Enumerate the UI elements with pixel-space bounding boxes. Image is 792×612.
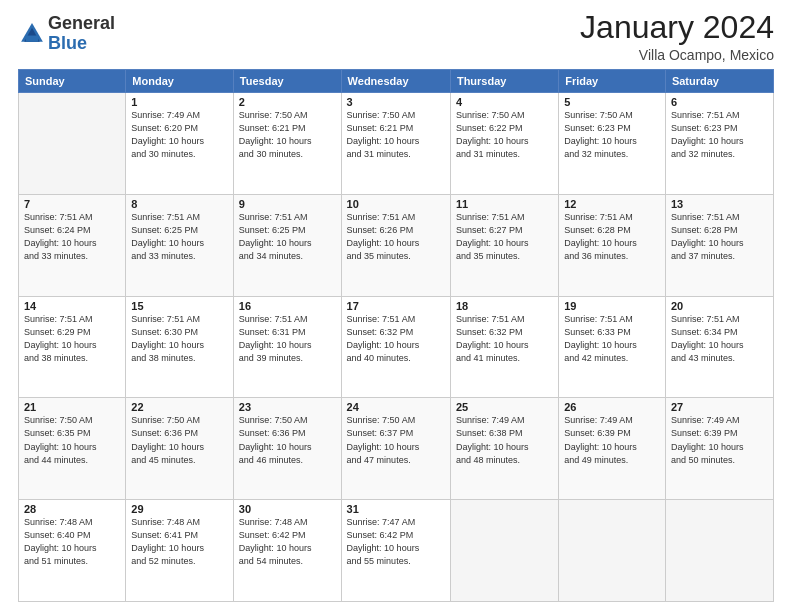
day-cell <box>450 500 558 602</box>
day-info: Sunrise: 7:51 AMSunset: 6:32 PMDaylight:… <box>347 313 445 365</box>
day-cell: 28Sunrise: 7:48 AMSunset: 6:40 PMDayligh… <box>19 500 126 602</box>
logo-text: General Blue <box>48 14 115 54</box>
day-info: Sunrise: 7:51 AMSunset: 6:23 PMDaylight:… <box>671 109 768 161</box>
day-info: Sunrise: 7:51 AMSunset: 6:25 PMDaylight:… <box>131 211 228 263</box>
day-cell: 1Sunrise: 7:49 AMSunset: 6:20 PMDaylight… <box>126 93 234 195</box>
day-number: 10 <box>347 198 445 210</box>
day-info: Sunrise: 7:49 AMSunset: 6:39 PMDaylight:… <box>671 414 768 466</box>
day-cell: 25Sunrise: 7:49 AMSunset: 6:38 PMDayligh… <box>450 398 558 500</box>
day-info: Sunrise: 7:50 AMSunset: 6:21 PMDaylight:… <box>347 109 445 161</box>
day-cell: 19Sunrise: 7:51 AMSunset: 6:33 PMDayligh… <box>559 296 666 398</box>
col-friday: Friday <box>559 70 666 93</box>
day-number: 22 <box>131 401 228 413</box>
day-number: 5 <box>564 96 660 108</box>
day-info: Sunrise: 7:48 AMSunset: 6:42 PMDaylight:… <box>239 516 336 568</box>
day-cell: 30Sunrise: 7:48 AMSunset: 6:42 PMDayligh… <box>233 500 341 602</box>
col-sunday: Sunday <box>19 70 126 93</box>
day-info: Sunrise: 7:50 AMSunset: 6:21 PMDaylight:… <box>239 109 336 161</box>
day-cell: 4Sunrise: 7:50 AMSunset: 6:22 PMDaylight… <box>450 93 558 195</box>
day-info: Sunrise: 7:48 AMSunset: 6:41 PMDaylight:… <box>131 516 228 568</box>
day-cell: 5Sunrise: 7:50 AMSunset: 6:23 PMDaylight… <box>559 93 666 195</box>
day-info: Sunrise: 7:51 AMSunset: 6:26 PMDaylight:… <box>347 211 445 263</box>
day-cell: 31Sunrise: 7:47 AMSunset: 6:42 PMDayligh… <box>341 500 450 602</box>
day-info: Sunrise: 7:50 AMSunset: 6:35 PMDaylight:… <box>24 414 120 466</box>
day-info: Sunrise: 7:51 AMSunset: 6:28 PMDaylight:… <box>671 211 768 263</box>
day-number: 9 <box>239 198 336 210</box>
day-number: 18 <box>456 300 553 312</box>
day-number: 16 <box>239 300 336 312</box>
day-number: 19 <box>564 300 660 312</box>
day-number: 6 <box>671 96 768 108</box>
day-number: 12 <box>564 198 660 210</box>
week-row-4: 21Sunrise: 7:50 AMSunset: 6:35 PMDayligh… <box>19 398 774 500</box>
day-cell: 21Sunrise: 7:50 AMSunset: 6:35 PMDayligh… <box>19 398 126 500</box>
day-number: 15 <box>131 300 228 312</box>
header: General Blue January 2024 Villa Ocampo, … <box>18 10 774 63</box>
col-thursday: Thursday <box>450 70 558 93</box>
day-cell: 29Sunrise: 7:48 AMSunset: 6:41 PMDayligh… <box>126 500 234 602</box>
day-cell: 26Sunrise: 7:49 AMSunset: 6:39 PMDayligh… <box>559 398 666 500</box>
day-cell: 11Sunrise: 7:51 AMSunset: 6:27 PMDayligh… <box>450 194 558 296</box>
day-cell: 22Sunrise: 7:50 AMSunset: 6:36 PMDayligh… <box>126 398 234 500</box>
day-info: Sunrise: 7:50 AMSunset: 6:23 PMDaylight:… <box>564 109 660 161</box>
day-info: Sunrise: 7:51 AMSunset: 6:29 PMDaylight:… <box>24 313 120 365</box>
day-number: 11 <box>456 198 553 210</box>
day-info: Sunrise: 7:50 AMSunset: 6:36 PMDaylight:… <box>131 414 228 466</box>
day-cell: 20Sunrise: 7:51 AMSunset: 6:34 PMDayligh… <box>665 296 773 398</box>
day-cell: 3Sunrise: 7:50 AMSunset: 6:21 PMDaylight… <box>341 93 450 195</box>
day-number: 3 <box>347 96 445 108</box>
day-info: Sunrise: 7:47 AMSunset: 6:42 PMDaylight:… <box>347 516 445 568</box>
day-number: 14 <box>24 300 120 312</box>
day-number: 25 <box>456 401 553 413</box>
day-info: Sunrise: 7:51 AMSunset: 6:25 PMDaylight:… <box>239 211 336 263</box>
day-cell <box>19 93 126 195</box>
day-cell: 12Sunrise: 7:51 AMSunset: 6:28 PMDayligh… <box>559 194 666 296</box>
day-info: Sunrise: 7:51 AMSunset: 6:34 PMDaylight:… <box>671 313 768 365</box>
month-title: January 2024 <box>580 10 774 45</box>
day-info: Sunrise: 7:50 AMSunset: 6:36 PMDaylight:… <box>239 414 336 466</box>
location: Villa Ocampo, Mexico <box>580 47 774 63</box>
day-cell: 7Sunrise: 7:51 AMSunset: 6:24 PMDaylight… <box>19 194 126 296</box>
logo-icon <box>18 20 46 48</box>
col-monday: Monday <box>126 70 234 93</box>
day-number: 4 <box>456 96 553 108</box>
logo-blue: Blue <box>48 34 115 54</box>
day-cell <box>665 500 773 602</box>
week-row-2: 7Sunrise: 7:51 AMSunset: 6:24 PMDaylight… <box>19 194 774 296</box>
day-cell: 2Sunrise: 7:50 AMSunset: 6:21 PMDaylight… <box>233 93 341 195</box>
col-saturday: Saturday <box>665 70 773 93</box>
day-number: 30 <box>239 503 336 515</box>
day-number: 24 <box>347 401 445 413</box>
day-cell: 16Sunrise: 7:51 AMSunset: 6:31 PMDayligh… <box>233 296 341 398</box>
week-row-3: 14Sunrise: 7:51 AMSunset: 6:29 PMDayligh… <box>19 296 774 398</box>
day-info: Sunrise: 7:50 AMSunset: 6:37 PMDaylight:… <box>347 414 445 466</box>
day-info: Sunrise: 7:51 AMSunset: 6:31 PMDaylight:… <box>239 313 336 365</box>
day-cell: 13Sunrise: 7:51 AMSunset: 6:28 PMDayligh… <box>665 194 773 296</box>
day-number: 29 <box>131 503 228 515</box>
day-info: Sunrise: 7:49 AMSunset: 6:20 PMDaylight:… <box>131 109 228 161</box>
day-cell: 24Sunrise: 7:50 AMSunset: 6:37 PMDayligh… <box>341 398 450 500</box>
day-info: Sunrise: 7:51 AMSunset: 6:28 PMDaylight:… <box>564 211 660 263</box>
day-number: 17 <box>347 300 445 312</box>
logo-general: General <box>48 14 115 34</box>
day-cell: 27Sunrise: 7:49 AMSunset: 6:39 PMDayligh… <box>665 398 773 500</box>
col-wednesday: Wednesday <box>341 70 450 93</box>
day-number: 23 <box>239 401 336 413</box>
day-number: 1 <box>131 96 228 108</box>
day-number: 26 <box>564 401 660 413</box>
day-cell: 8Sunrise: 7:51 AMSunset: 6:25 PMDaylight… <box>126 194 234 296</box>
day-info: Sunrise: 7:50 AMSunset: 6:22 PMDaylight:… <box>456 109 553 161</box>
header-row: Sunday Monday Tuesday Wednesday Thursday… <box>19 70 774 93</box>
day-cell: 23Sunrise: 7:50 AMSunset: 6:36 PMDayligh… <box>233 398 341 500</box>
day-cell: 6Sunrise: 7:51 AMSunset: 6:23 PMDaylight… <box>665 93 773 195</box>
day-info: Sunrise: 7:51 AMSunset: 6:24 PMDaylight:… <box>24 211 120 263</box>
calendar-page: General Blue January 2024 Villa Ocampo, … <box>0 0 792 612</box>
week-row-5: 28Sunrise: 7:48 AMSunset: 6:40 PMDayligh… <box>19 500 774 602</box>
day-number: 13 <box>671 198 768 210</box>
day-number: 7 <box>24 198 120 210</box>
logo: General Blue <box>18 14 115 54</box>
day-number: 27 <box>671 401 768 413</box>
day-cell: 14Sunrise: 7:51 AMSunset: 6:29 PMDayligh… <box>19 296 126 398</box>
day-number: 28 <box>24 503 120 515</box>
day-info: Sunrise: 7:51 AMSunset: 6:27 PMDaylight:… <box>456 211 553 263</box>
